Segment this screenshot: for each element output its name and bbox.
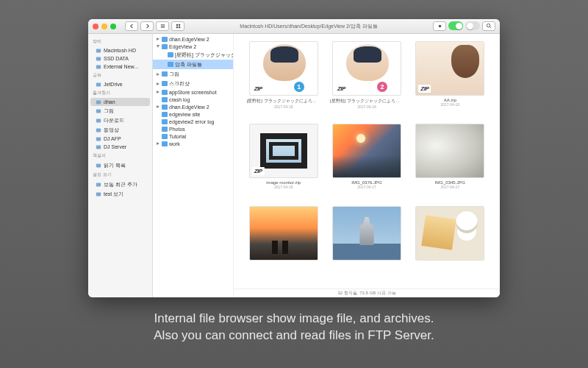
close-icon[interactable]: [93, 24, 98, 29]
tree-item[interactable]: dhan.EdgeView 2: [153, 103, 233, 110]
svg-rect-10: [96, 100, 101, 104]
sidebar: 장비Macintosh HDSSD DATAExternal New...공유J…: [88, 34, 153, 297]
sidebar-item-label: 그림: [104, 107, 114, 115]
tree-item[interactable]: EdgeView 2: [153, 43, 233, 50]
svg-point-4: [438, 25, 441, 28]
toolbar-left: [125, 21, 184, 31]
thumbnail[interactable]: [411, 206, 490, 284]
sidebar-item-label: 동영상: [104, 127, 119, 134]
view-grid-button[interactable]: [171, 21, 184, 31]
caret-icon: [156, 112, 160, 116]
caret-icon: [156, 82, 160, 86]
caret-icon: [156, 44, 160, 49]
folder-icon: [168, 52, 173, 57]
folder-icon: [162, 141, 168, 146]
status-bar: 32 항목들, 73.8 GB 사용 가능: [234, 289, 500, 297]
sidebar-section-header: 설정 보기: [88, 170, 152, 180]
tree-item[interactable]: 스크린샷: [153, 79, 233, 88]
app-window: Macintosh HD/Users/dhan/Desktop/EdgeView…: [88, 19, 500, 297]
gear-icon: [96, 182, 101, 188]
tree-item[interactable]: edgeview2 error log: [153, 118, 233, 125]
sidebar-item[interactable]: test 보기: [88, 189, 152, 199]
thumbnail[interactable]: [327, 206, 406, 284]
thumbnail[interactable]: IMG_0376.JPG2017-04-17: [327, 124, 406, 202]
svg-rect-9: [96, 82, 101, 86]
sidebar-item[interactable]: SSD DATA: [88, 54, 152, 63]
sidebar-item[interactable]: DJ Server: [88, 143, 152, 151]
tree-item[interactable]: Tutorial: [153, 132, 233, 140]
sidebar-item[interactable]: 읽기 목록: [88, 160, 152, 170]
tree-item[interactable]: 그림: [153, 69, 233, 79]
folder-icon: [162, 90, 168, 95]
sidebar-item[interactable]: DJ AFP: [88, 135, 152, 143]
svg-rect-17: [96, 183, 101, 186]
folder-icon: [168, 62, 173, 67]
minimize-icon[interactable]: [101, 24, 107, 29]
svg-rect-6: [96, 49, 101, 52]
tree-item[interactable]: Photos: [153, 125, 233, 132]
tree-item[interactable]: work: [153, 140, 233, 147]
thumbnail[interactable]: ZIPAA.zip2017-04-18: [411, 41, 490, 119]
sidebar-item[interactable]: External New...: [88, 63, 152, 71]
search-button[interactable]: [482, 21, 495, 31]
server-icon: [96, 136, 101, 142]
svg-rect-18: [96, 192, 101, 196]
svg-rect-2: [176, 26, 177, 28]
sidebar-item-label: External New...: [104, 64, 138, 69]
tree-item[interactable]: 압축 파일들: [153, 60, 233, 69]
zoom-icon[interactable]: [110, 24, 116, 29]
sidebar-item-label: 읽기 목록: [104, 162, 126, 169]
tree-item-label: dhan.EdgeView 2: [169, 105, 209, 110]
thumbnail-image: ZIP: [415, 41, 484, 96]
sidebar-item[interactable]: Macintosh HD: [88, 46, 152, 54]
toggle-hidden[interactable]: [465, 21, 480, 30]
sidebar-item-label: SSD DATA: [104, 56, 129, 61]
tree-item-label: appStore screenshot: [169, 90, 217, 95]
svg-rect-3: [178, 26, 179, 28]
tree-item-label: 압축 파일들: [175, 61, 202, 68]
thumbnail[interactable]: IMG_0345.JPG2017-04-17: [411, 124, 490, 202]
tree-item-label: edgeview site: [169, 112, 200, 117]
tree-item[interactable]: crash log: [153, 96, 233, 103]
thumbnail[interactable]: ZIPimage monitor.zip2017-04-18: [244, 124, 323, 202]
action-button[interactable]: [433, 21, 446, 31]
folder-icon: [96, 127, 101, 133]
folder-icon: [162, 105, 168, 110]
thumbnail[interactable]: ZIP1[星野桂] ブラックジャックによろしく01.zip2017-04-18: [244, 41, 323, 119]
tree-item-label: [星野桂] ブラックジャックによろしく: [175, 52, 234, 59]
sidebar-item[interactable]: 그림: [88, 106, 152, 116]
back-button[interactable]: [125, 21, 138, 31]
sidebar-item-label: Macintosh HD: [104, 48, 136, 53]
sidebar-item[interactable]: dhan: [90, 98, 150, 106]
zip-badge: ZIP: [418, 85, 431, 93]
sidebar-item[interactable]: JetDrive: [88, 80, 152, 88]
tree-item[interactable]: dhan.EdgeView 2: [153, 35, 233, 43]
thumbnail[interactable]: ZIP2[星野桂] ブラックジャックによろしく02.zip2017-04-18: [327, 41, 406, 119]
thumbnail-image: ZIP: [249, 124, 318, 178]
tree-item[interactable]: edgeview site: [153, 110, 233, 118]
tree-item[interactable]: appStore screenshot: [153, 88, 233, 96]
thumbnail[interactable]: [244, 206, 323, 284]
view-list-button[interactable]: [156, 21, 169, 31]
thumbnail-image: ZIP1: [249, 41, 318, 96]
tree-item[interactable]: [星野桂] ブラックジャックによろしく: [153, 50, 233, 60]
svg-rect-1: [178, 24, 179, 26]
zip-badge: ZIP: [335, 85, 348, 93]
content-pane: ZIP1[星野桂] ブラックジャックによろしく01.zip2017-04-18Z…: [234, 34, 500, 297]
toggle-preview[interactable]: [448, 21, 463, 30]
caret-icon: [156, 119, 160, 124]
folder-tree: dhan.EdgeView 2EdgeView 2[星野桂] ブラックジャックに…: [153, 34, 234, 297]
volume-number-badge: 1: [294, 82, 304, 92]
caret-icon: [156, 97, 160, 102]
titlebar: Macintosh HD/Users/dhan/Desktop/EdgeView…: [88, 19, 500, 34]
list-icon: [96, 163, 101, 169]
tree-item-label: edgeview2 error log: [169, 119, 214, 124]
tree-item-label: dhan.EdgeView 2: [169, 37, 209, 42]
sidebar-item[interactable]: 보통 최근 추가: [88, 180, 152, 189]
folder-icon: [162, 134, 168, 139]
zip-badge: ZIP: [252, 167, 265, 175]
forward-button[interactable]: [140, 21, 154, 31]
sidebar-item[interactable]: 동영상: [88, 125, 152, 135]
sidebar-item[interactable]: 다운로드: [88, 116, 152, 125]
folder-icon: [96, 108, 101, 114]
